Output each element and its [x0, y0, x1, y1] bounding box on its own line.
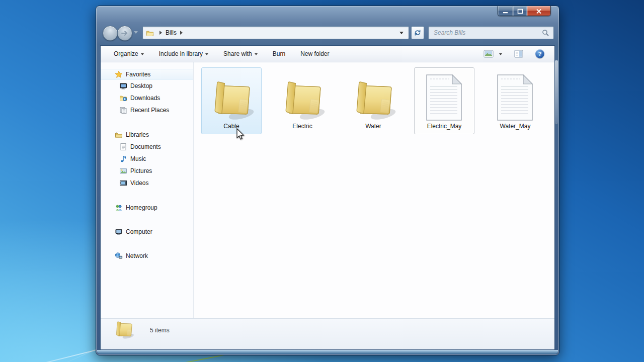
sidebar-spacer — [101, 214, 193, 226]
document-icon — [426, 71, 462, 121]
forward-button[interactable] — [117, 26, 132, 41]
item-count: 5 items — [150, 327, 170, 334]
address-bar[interactable]: Bills — [142, 26, 409, 39]
desktop-icon — [119, 82, 128, 90]
favorites-group: Favorites Desktop Download — [101, 69, 193, 116]
search-input[interactable] — [429, 29, 542, 36]
breadcrumb-location[interactable]: Bills — [166, 29, 177, 36]
film-icon — [119, 179, 128, 187]
folder-icon — [349, 71, 398, 121]
mouse-cursor — [236, 128, 247, 141]
file-tile-electric-may[interactable]: Electric_May — [414, 67, 474, 134]
sidebar-spacer — [101, 116, 193, 129]
view-controls: ? — [484, 49, 544, 58]
homegroup-icon — [114, 204, 123, 212]
breadcrumb-arrow-icon[interactable] — [159, 31, 162, 35]
sidebar-item-music[interactable]: Music — [101, 153, 193, 165]
forward-arrow-icon — [120, 30, 129, 37]
sidebar-item-recent-places[interactable]: Recent Places — [101, 104, 193, 116]
libraries-group: Libraries Documents Music — [101, 129, 193, 189]
documents-label: Documents — [130, 143, 161, 150]
include-in-library-label: Include in library — [159, 50, 203, 57]
command-bar: Organize Include in library Share with B… — [101, 46, 554, 62]
sidebar-item-network[interactable]: Network — [101, 250, 193, 262]
preview-pane-icon — [514, 50, 523, 58]
network-label: Network — [126, 252, 148, 259]
file-name: Water — [365, 123, 381, 130]
recent-places-label: Recent Places — [130, 107, 169, 114]
preview-pane-button[interactable] — [514, 50, 523, 58]
views-icon — [484, 50, 494, 58]
documents-icon — [119, 143, 128, 151]
folder-icon — [278, 71, 327, 121]
share-with-label: Share with — [223, 50, 252, 57]
downloads-icon — [119, 94, 128, 102]
frame-reflection — [555, 60, 558, 124]
file-list: Cable Electric Water — [194, 62, 554, 318]
sidebar-item-documents[interactable]: Documents — [101, 141, 193, 153]
libraries-label: Libraries — [126, 131, 149, 138]
sidebar-item-pictures[interactable]: Pictures — [101, 165, 193, 177]
sidebar-item-desktop[interactable]: Desktop — [101, 80, 193, 92]
organize-menu[interactable]: Organize — [114, 50, 144, 57]
recent-pages-dropdown[interactable] — [134, 31, 138, 34]
chevron-down-icon — [141, 53, 144, 55]
sidebar-item-videos[interactable]: Videos — [101, 177, 193, 189]
folder-icon — [207, 71, 256, 121]
change-view-button[interactable] — [484, 50, 502, 58]
file-tile-water-may[interactable]: Water_May — [485, 67, 545, 134]
music-label: Music — [130, 155, 146, 162]
favorites-label: Favorites — [126, 71, 150, 78]
chevron-down-icon — [499, 53, 502, 55]
sidebar-item-downloads[interactable]: Downloads — [101, 92, 193, 104]
recent-places-icon — [119, 106, 128, 114]
pictures-label: Pictures — [130, 167, 152, 174]
computer-label: Computer — [126, 228, 152, 235]
share-with-menu[interactable]: Share with — [223, 50, 258, 57]
navigation-bar: Bills — [96, 6, 559, 45]
folder-icon — [113, 320, 135, 342]
homegroup-label: Homegroup — [126, 204, 157, 211]
refresh-button[interactable] — [411, 26, 424, 39]
burn-button[interactable]: Burn — [273, 50, 285, 57]
file-name: Electric — [292, 123, 312, 130]
file-name: Water_May — [500, 123, 531, 130]
file-tile-cable[interactable]: Cable — [201, 67, 262, 134]
search-box — [428, 26, 554, 39]
music-note-icon — [119, 155, 128, 163]
picture-icon — [119, 167, 128, 175]
organize-label: Organize — [114, 50, 138, 57]
desktop-label: Desktop — [130, 82, 152, 89]
chevron-down-icon — [255, 53, 258, 55]
sidebar-item-libraries[interactable]: Libraries — [101, 129, 193, 141]
burn-label: Burn — [273, 50, 285, 57]
sidebar-item-computer[interactable]: Computer — [101, 226, 193, 238]
libraries-icon — [114, 131, 123, 139]
sidebar-item-favorites[interactable]: Favorites — [101, 69, 193, 80]
address-dropdown-icon[interactable] — [399, 32, 404, 34]
new-folder-label: New folder — [300, 50, 329, 57]
sidebar-item-homegroup[interactable]: Homegroup — [101, 202, 193, 214]
client-area: Organize Include in library Share with B… — [100, 45, 555, 350]
search-icon[interactable] — [542, 29, 549, 37]
navigation-pane: Favorites Desktop Download — [101, 62, 194, 318]
file-name: Electric_May — [427, 123, 462, 130]
downloads-label: Downloads — [130, 95, 160, 102]
location-folder-icon — [146, 29, 154, 37]
refresh-icon — [414, 29, 422, 37]
file-tile-electric[interactable]: Electric — [272, 67, 333, 134]
back-button[interactable] — [103, 26, 118, 41]
help-icon: ? — [538, 51, 542, 57]
new-folder-button[interactable]: New folder — [300, 50, 329, 57]
include-in-library-menu[interactable]: Include in library — [159, 50, 208, 57]
help-button[interactable]: ? — [535, 49, 544, 58]
breadcrumb-arrow-icon[interactable] — [180, 31, 183, 35]
sidebar-spacer — [101, 238, 193, 250]
file-tile-water[interactable]: Water — [343, 67, 404, 134]
explorer-window: Bills — [96, 6, 559, 355]
computer-icon — [114, 228, 123, 236]
network-icon — [114, 252, 123, 260]
chevron-down-icon — [205, 53, 208, 55]
back-arrow-icon — [106, 30, 115, 37]
document-icon — [497, 71, 533, 121]
